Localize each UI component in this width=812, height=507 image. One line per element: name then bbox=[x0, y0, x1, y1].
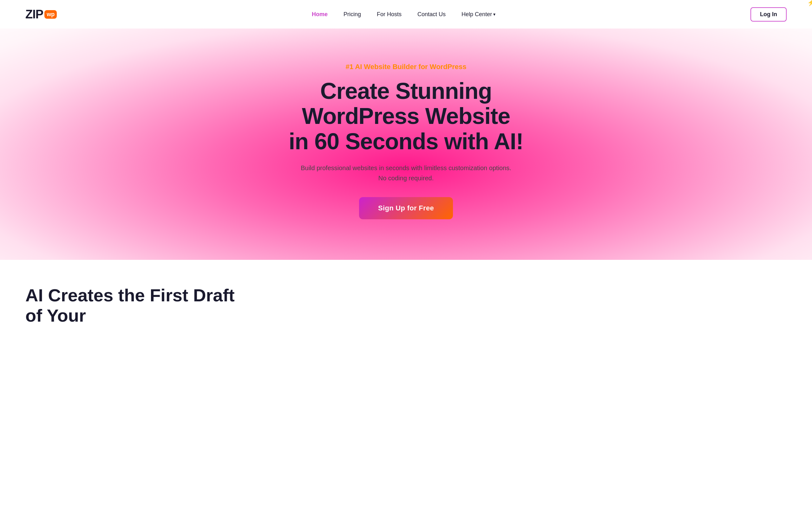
nav-item-help-center[interactable]: Help Center ▾ bbox=[461, 11, 496, 18]
hero-title-line1: Create Stunning WordPress Website bbox=[302, 78, 510, 129]
nav-item-pricing[interactable]: Pricing bbox=[344, 11, 361, 18]
chevron-down-icon: ▾ bbox=[493, 12, 496, 17]
logo-wp-text: wp bbox=[47, 11, 55, 18]
nav-link-contact[interactable]: Contact Us bbox=[417, 11, 446, 17]
nav-link-home[interactable]: Home bbox=[312, 11, 328, 17]
nav-item-home[interactable]: Home bbox=[312, 11, 328, 18]
hero-eyebrow: #1 AI Website Builder for WordPress bbox=[263, 63, 549, 71]
nav-link-pricing[interactable]: Pricing bbox=[344, 11, 361, 17]
hero-cta-button[interactable]: Sign Up for Free bbox=[359, 197, 453, 219]
logo-wp-badge: wp bbox=[44, 10, 57, 19]
nav-item-for-hosts[interactable]: For Hosts bbox=[377, 11, 402, 18]
logo[interactable]: ZIP wp ⚡ bbox=[26, 8, 57, 20]
hero-content: #1 AI Website Builder for WordPress Crea… bbox=[263, 63, 549, 219]
hero-subtitle-line1: Build professional websites in seconds w… bbox=[301, 164, 511, 171]
logo-zip-text: ZIP bbox=[26, 8, 43, 20]
nav-link-for-hosts[interactable]: For Hosts bbox=[377, 11, 402, 17]
hero-title: Create Stunning WordPress Website in 60 … bbox=[263, 78, 549, 154]
second-section-title: AI Creates the First Draft of Your bbox=[26, 285, 247, 326]
hero-subtitle: Build professional websites in seconds w… bbox=[263, 163, 549, 183]
navbar: ZIP wp ⚡ Home Pricing For Hosts Contact … bbox=[0, 0, 812, 29]
nav-link-help-center[interactable]: Help Center ▾ bbox=[461, 11, 496, 18]
hero-section: #1 AI Website Builder for WordPress Crea… bbox=[0, 29, 812, 260]
hero-subtitle-line2: No coding required. bbox=[378, 175, 434, 181]
second-section: AI Creates the First Draft of Your bbox=[0, 260, 812, 339]
lightning-icon: ⚡ bbox=[807, 0, 812, 6]
nav-item-contact[interactable]: Contact Us bbox=[417, 11, 446, 18]
nav-links: Home Pricing For Hosts Contact Us Help C… bbox=[312, 11, 496, 18]
login-button[interactable]: Log In bbox=[751, 7, 786, 21]
hero-title-line2: in 60 Seconds with AI! bbox=[289, 129, 523, 154]
